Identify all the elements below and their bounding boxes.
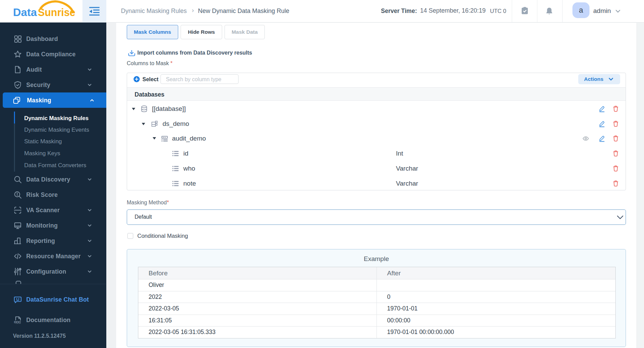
svg-text:DOC: DOC (14, 320, 21, 324)
svg-text:Sunrise: Sunrise (38, 6, 75, 18)
svg-text:Data: Data (13, 6, 37, 18)
